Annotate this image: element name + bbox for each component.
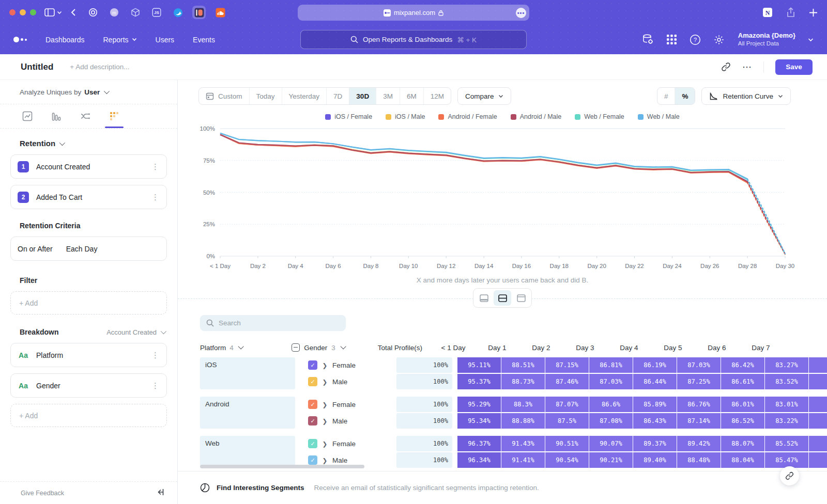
range-chip-12m[interactable]: 12M <box>423 88 451 104</box>
percent-values-toggle[interactable]: % <box>675 88 695 104</box>
zoom-window-button[interactable] <box>30 9 36 15</box>
minimize-window-button[interactable] <box>20 9 26 15</box>
expand-row-icon[interactable]: ❯ <box>323 378 328 385</box>
notion-extension-icon[interactable]: N <box>762 7 773 18</box>
table-only-view-icon[interactable] <box>512 290 530 306</box>
row-checkbox-checked[interactable]: ✓ <box>308 360 317 370</box>
filter-add-button[interactable]: + Add <box>10 291 167 314</box>
breakdown-add-button[interactable]: + Add <box>10 404 167 427</box>
share-icon[interactable] <box>786 7 795 18</box>
new-tab-plus-icon[interactable] <box>809 8 818 17</box>
range-chip-7d[interactable]: 7D <box>326 88 349 104</box>
criteria-on-or-after[interactable]: On or After <box>18 245 53 253</box>
tab-retention-icon[interactable] <box>103 104 125 128</box>
row-checkbox-checked[interactable]: ✓ <box>308 416 317 426</box>
browser-url-bar[interactable]: mixpanel.com ••• <box>298 5 529 21</box>
expand-row-icon[interactable]: ❯ <box>323 440 328 447</box>
tab-target-icon[interactable] <box>86 6 100 19</box>
give-feedback-link[interactable]: Give Feedback <box>21 490 64 497</box>
global-search[interactable]: Open Reports & Dashboards ⌘ + K <box>300 30 527 49</box>
compare-button[interactable]: Compare <box>457 87 512 105</box>
range-chip-custom[interactable]: Custom <box>199 88 249 104</box>
range-chip-30d[interactable]: 30D <box>349 88 376 104</box>
legend-item[interactable]: Android / Female <box>438 113 497 120</box>
share-link-fab[interactable] <box>780 466 799 485</box>
analyze-value[interactable]: User <box>84 88 100 96</box>
table-search[interactable] <box>200 315 346 331</box>
segments-title[interactable]: Find Interesting Segments <box>217 484 304 492</box>
tab-funnels-icon[interactable] <box>45 104 67 128</box>
retention-section-title[interactable]: Retention <box>20 139 167 148</box>
chart-type-selector[interactable]: Retention Curve <box>701 87 791 105</box>
tab-bird-icon[interactable] <box>171 6 185 19</box>
day-header[interactable]: Day 2 <box>519 344 563 352</box>
breakdown-kebab-icon[interactable]: ⋮ <box>151 381 159 390</box>
day-header[interactable]: Day 6 <box>695 344 739 352</box>
step-kebab-icon[interactable]: ⋮ <box>151 193 159 202</box>
apps-grid-icon[interactable] <box>666 34 677 45</box>
absolute-values-toggle[interactable]: # <box>657 88 675 104</box>
horizontal-scrollbar[interactable] <box>200 465 364 468</box>
breakdown-card-platform[interactable]: Aa Platform ⋮ <box>10 343 167 367</box>
close-window-button[interactable] <box>9 9 16 15</box>
select-all-checkbox-indeterminate[interactable] <box>292 343 300 352</box>
day-header[interactable]: Day 4 <box>607 344 651 352</box>
step-card-added-to-cart[interactable]: 2 Added To Cart ⋮ <box>10 185 167 209</box>
expand-row-icon[interactable]: ❯ <box>323 361 328 369</box>
tab-cube-icon[interactable] <box>129 6 142 19</box>
nav-users[interactable]: Users <box>156 36 175 44</box>
gender-column-header[interactable]: Gender3 <box>285 343 376 352</box>
step-kebab-icon[interactable]: ⋮ <box>151 162 159 171</box>
day-header[interactable]: Day 1 <box>476 344 519 352</box>
expand-row-icon[interactable]: ❯ <box>323 417 328 424</box>
range-chip-today[interactable]: Today <box>249 88 282 104</box>
table-search-input[interactable] <box>219 319 332 327</box>
row-checkbox-checked[interactable]: ✓ <box>308 439 317 448</box>
copy-link-icon[interactable] <box>721 62 731 72</box>
tab-avatar-icon[interactable]: m <box>108 6 121 19</box>
legend-item[interactable]: Web / Female <box>575 113 624 120</box>
total-profiles-header[interactable]: Total Profile(s) <box>376 344 426 352</box>
tab-soundcloud-icon[interactable] <box>213 6 227 19</box>
tab-insights-icon[interactable] <box>17 104 38 128</box>
criteria-each-day[interactable]: Each Day <box>66 245 98 253</box>
retention-curve-chart[interactable]: 100%75%50%25%0%< 1 DayDay 2Day 4Day 6Day… <box>198 124 798 273</box>
day-header[interactable]: Day 3 <box>563 344 607 352</box>
row-checkbox-checked[interactable]: ✓ <box>308 377 317 386</box>
range-chip-yesterday[interactable]: Yesterday <box>282 88 327 104</box>
tab-flows-icon[interactable] <box>74 104 96 128</box>
save-button[interactable]: Save <box>775 59 813 75</box>
row-checkbox-checked[interactable]: ✓ <box>308 455 317 465</box>
day-header[interactable]: Day 5 <box>651 344 695 352</box>
analyze-uniques-row[interactable]: Analyze Uniques by User <box>0 80 177 104</box>
browser-sidebar-toggle-icon[interactable] <box>44 8 62 17</box>
legend-item[interactable]: Web / Male <box>638 113 680 120</box>
tab-reader-icon-active[interactable] <box>192 6 206 19</box>
step-card-account-created[interactable]: 1 Account Created ⋮ <box>10 154 167 179</box>
platform-column-header[interactable]: Platform4 <box>200 344 285 352</box>
extensions-ellipsis-icon[interactable]: ••• <box>516 8 526 18</box>
legend-item[interactable]: Android / Male <box>511 113 562 120</box>
report-description-placeholder[interactable]: + Add description... <box>70 63 129 71</box>
collapse-sidebar-icon[interactable] <box>156 489 164 497</box>
nav-dashboards[interactable]: Dashboards <box>45 36 85 44</box>
help-icon[interactable]: ? <box>690 34 701 45</box>
expand-row-icon[interactable]: ❯ <box>323 456 328 464</box>
settings-gear-icon[interactable] <box>713 34 725 45</box>
report-title[interactable]: Untitled <box>21 62 53 72</box>
row-checkbox-checked[interactable]: ✓ <box>308 400 317 409</box>
expand-row-icon[interactable]: ❯ <box>323 401 328 408</box>
nav-events[interactable]: Events <box>193 36 215 44</box>
more-actions-icon[interactable]: ⋯ <box>742 61 752 73</box>
breakdown-kebab-icon[interactable]: ⋮ <box>151 351 159 360</box>
day-header[interactable]: Day 7 <box>739 344 783 352</box>
legend-item[interactable]: iOS / Male <box>386 113 425 120</box>
browser-back-icon[interactable] <box>70 8 76 17</box>
tab-js-icon[interactable]: JS <box>150 6 163 19</box>
breakdown-event-selector[interactable]: Account Created <box>106 328 165 336</box>
chart-only-view-icon[interactable] <box>475 290 493 306</box>
range-chip-6m[interactable]: 6M <box>400 88 423 104</box>
split-view-icon[interactable] <box>494 290 511 306</box>
nav-reports[interactable]: Reports <box>103 36 137 44</box>
range-chip-3m[interactable]: 3M <box>376 88 400 104</box>
